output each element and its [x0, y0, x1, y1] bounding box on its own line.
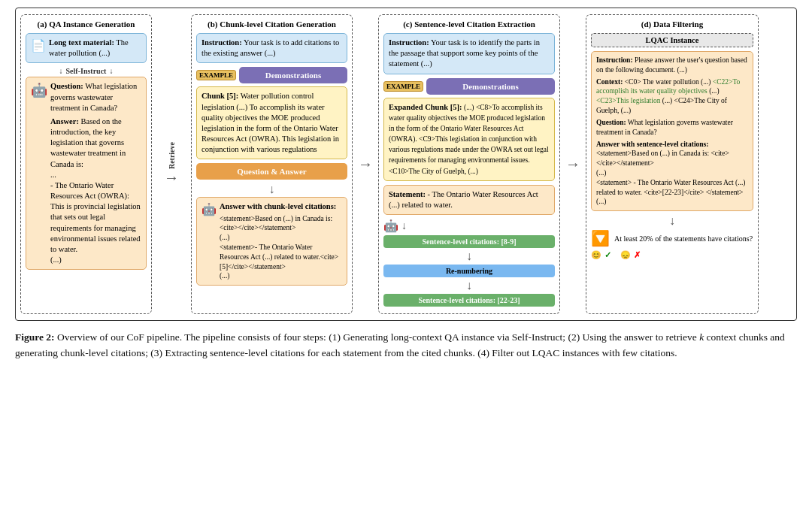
renumber-label: Re-numbering — [383, 265, 555, 277]
self-instruct-label: ↓ Self-Instruct ↓ — [26, 67, 147, 75]
answer-text-a: Based on the introduction, the key legis… — [50, 117, 141, 264]
robot-icon-a: 🤖 — [31, 81, 47, 99]
example-icon-b: EXAMPLE — [196, 70, 236, 80]
expanded-text: (...) <C8>To accomplish its water qualit… — [389, 104, 549, 175]
check-icon: ✓ — [604, 250, 611, 260]
panel-b-title: (b) Chunk-level Citation Generation — [196, 20, 347, 29]
arrow-renumber: ↓ — [383, 250, 555, 262]
arrow-b-c: → — [357, 14, 374, 314]
long-text-label: Long text material: — [49, 38, 114, 47]
caption-text1: Overview of our CoF pipeline. The pipeli… — [57, 331, 699, 343]
retrieve-arrow: → — [164, 169, 179, 186]
chunk-text: Water pollution control legislation (...… — [201, 92, 339, 153]
panel-b: (b) Chunk-level Citation Generation Inst… — [191, 14, 353, 314]
lqac-label: LQAC Instance — [591, 33, 753, 47]
demo-row-b: EXAMPLE Demonstrations — [196, 67, 347, 83]
answer-a: Answer: Based on the introduction, the k… — [50, 116, 141, 265]
answer-d: <statement>Based on (...) in Canada is: … — [596, 150, 745, 205]
demo-badge-c: Demonstrations — [426, 78, 555, 95]
ai-arrow-c: 🤖 ↓ — [383, 219, 555, 233]
expanded-chunk-box: Expanded Chunk [5]: (...) <C8>To accompl… — [383, 98, 555, 181]
filter-text: At least 20% of the statements have cita… — [614, 234, 753, 243]
book-icon: 📄 — [31, 38, 46, 54]
cross-icon: ✗ — [634, 250, 641, 260]
instruction-c: Instruction: Your task is to identify th… — [383, 33, 555, 74]
panel-c: (c) Sentence-level Citation Extraction I… — [378, 14, 560, 314]
retrieve-label: Retrieve — [168, 142, 176, 169]
panel-a: (a) QA Instance Generation 📄 Long text m… — [20, 14, 152, 314]
arrow-after-renumber: ↓ — [383, 280, 555, 292]
panel-d-title: (d) Data Filtering — [591, 20, 753, 29]
demo-badge-b: Demonstrations — [239, 67, 347, 83]
instruction-b: Instruction: Your task is to add citatio… — [196, 33, 347, 63]
main-diagram: (a) QA Instance Generation 📄 Long text m… — [15, 8, 797, 321]
arrow-c-d: → — [565, 14, 581, 314]
sad-icon: 😞 — [620, 250, 631, 260]
example-icon-c: EXAMPLE — [383, 81, 423, 92]
chunk-label: Chunk [5]: — [201, 92, 238, 100]
statement-box: Statement: - The Ontario Water Resources… — [383, 185, 555, 215]
panel-a-title: (a) QA Instance Generation — [26, 20, 147, 29]
sent-cite-2: Sentence-level citations: [22-23] — [383, 294, 555, 307]
lqac-content: Instruction: Please answer the user's qu… — [591, 51, 753, 211]
panel-c-title: (c) Sentence-level Citation Extraction — [383, 20, 555, 29]
chunk-box: Chunk [5]: Water pollution control legis… — [196, 86, 347, 159]
emoji-row: 😊 ✓ 😞 ✗ — [591, 250, 753, 260]
qa-badge: Question & Answer — [196, 163, 347, 180]
question-a: Question: What legislation governs waste… — [50, 81, 141, 113]
retrieve-area: Retrieve → — [156, 14, 186, 314]
filter-row: 🔽 At least 20% of the statements have ci… — [591, 229, 753, 247]
qa-box: 🤖 Question: What legislation governs was… — [26, 77, 147, 270]
panel-d: (d) Data Filtering LQAC Instance Instruc… — [586, 14, 759, 314]
sent-cite-1: Sentence-level citations: [8-9] — [383, 235, 555, 248]
demo-row-c: EXAMPLE Demonstrations — [383, 78, 555, 95]
arrow-b: ↓ — [196, 183, 347, 195]
long-text-box: 📄 Long text material: The water pollutio… — [26, 33, 147, 63]
funnel-icon: 🔽 — [591, 229, 610, 247]
robot-icon-b: 🤖 — [201, 201, 217, 218]
answer-cite-box: 🤖 Answer with chunk-level citations: <st… — [196, 197, 347, 286]
figure-num: Figure 2: — [15, 331, 55, 343]
smiley-icon: 😊 — [591, 250, 601, 260]
answer-cite-text: <statement>Based on (...) in Canada is: … — [220, 214, 342, 282]
figure-caption: Figure 2: Overview of our CoF pipeline. … — [15, 330, 797, 361]
arrow-d: ↓ — [591, 215, 753, 227]
